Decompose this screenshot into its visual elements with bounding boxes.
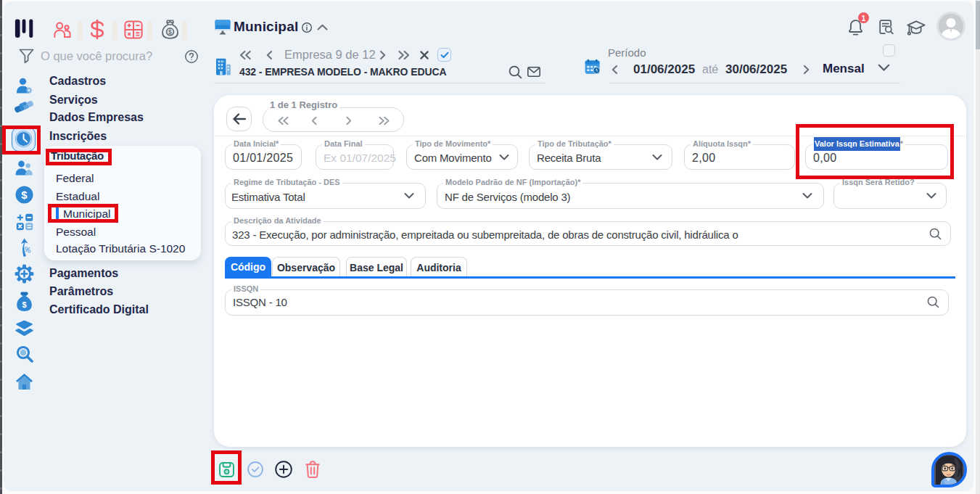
svg-text:$: $ bbox=[21, 189, 28, 201]
svg-text:$: $ bbox=[168, 28, 172, 36]
svg-text:$: $ bbox=[22, 300, 26, 309]
